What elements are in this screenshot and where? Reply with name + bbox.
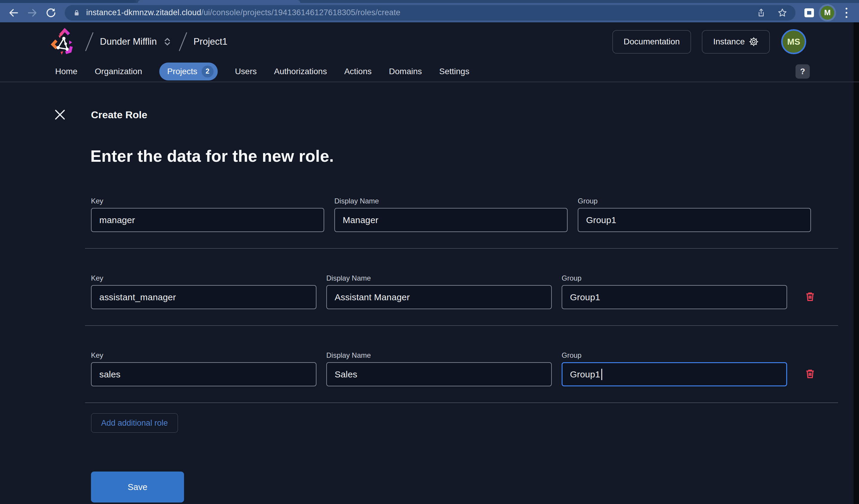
delete-role-button[interactable] [804,367,816,380]
key-input[interactable]: assistant_manager [91,285,316,309]
display-name-input[interactable]: Sales [326,362,552,386]
divider [85,248,838,249]
input-value: Group1 [586,215,616,225]
group-label: Group [562,351,787,360]
text-caret [601,369,602,380]
display-name-field: Display NameSales [326,351,552,386]
add-role-button[interactable]: Add additional role [91,413,178,433]
group-field: GroupGroup1 [562,274,787,309]
group-input[interactable]: Group1 [578,208,811,232]
role-row: KeysalesDisplay NameSalesGroupGroup1 [91,351,816,386]
key-label: Key [91,197,324,205]
divider [85,403,838,403]
input-value: manager [99,215,135,225]
delete-role-button[interactable] [804,290,816,303]
screen: instance1-dkmnzw.zitadel.cloud/ui/consol… [0,0,859,504]
display-name-input[interactable]: Assistant Manager [326,285,552,309]
role-row: KeymanagerDisplay NameManagerGroupGroup1 [91,197,811,232]
input-value: Assistant Manager [335,292,410,302]
group-field: GroupGroup1 [562,351,787,386]
group-label: Group [578,197,811,205]
display-name-label: Display Name [326,351,552,360]
input-value: sales [99,369,121,379]
group-label: Group [562,274,787,282]
key-input[interactable]: sales [91,362,316,386]
input-value: Manager [343,215,378,225]
key-field: Keyassistant_manager [91,274,316,309]
input-value: Group1 [570,292,600,302]
display-name-label: Display Name [326,274,552,282]
role-row: Keyassistant_managerDisplay NameAssistan… [91,274,816,309]
input-value: Group1 [570,369,600,379]
group-field: GroupGroup1 [578,197,811,232]
key-label: Key [91,274,316,282]
group-input[interactable]: Group1 [562,362,787,386]
input-value: Sales [335,369,357,379]
display-name-input[interactable]: Manager [334,208,568,232]
key-label: Key [91,351,316,360]
key-input[interactable]: manager [91,208,324,232]
group-input[interactable]: Group1 [562,285,787,309]
display-name-field: Display NameAssistant Manager [326,274,552,309]
display-name-field: Display NameManager [334,197,568,232]
key-field: Keysales [91,351,316,386]
divider [85,325,838,326]
input-value: assistant_manager [99,292,176,302]
key-field: Keymanager [91,197,324,232]
display-name-label: Display Name [334,197,568,205]
save-button[interactable]: Save [91,472,184,503]
